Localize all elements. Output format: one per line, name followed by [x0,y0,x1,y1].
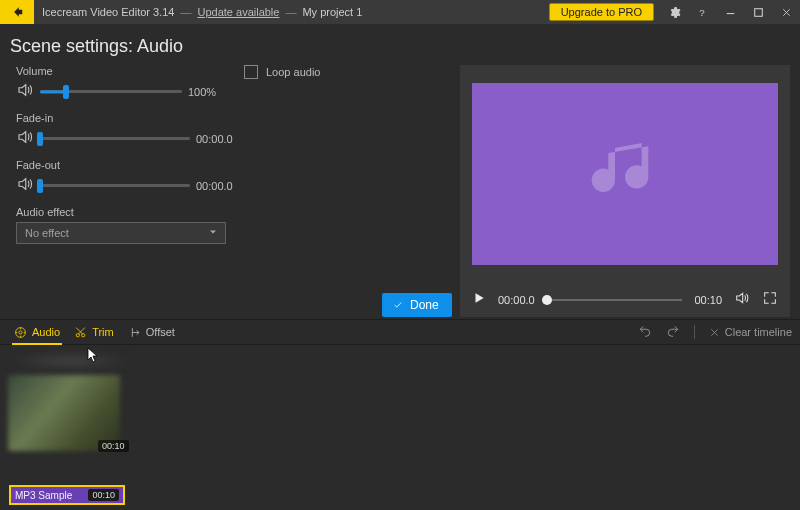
volume-slider[interactable] [40,85,182,99]
clear-timeline-button[interactable]: Clear timeline [709,326,792,338]
minimize-icon[interactable] [716,0,744,24]
player-bar: 00:00.0 00:10 [472,290,778,309]
help-icon[interactable]: ? [688,0,716,24]
project-name: My project 1 [302,6,362,18]
page-title: Scene settings: Audio [0,24,800,65]
preview-canvas [472,83,778,265]
maximize-icon[interactable] [744,0,772,24]
redo-button[interactable] [666,324,680,340]
audio-settings-panel: Loop audio Volume 100% Fade-in [0,65,460,319]
titlebar: Icecream Video Editor 3.14 — Update avai… [0,0,800,24]
audio-clip-name: MP3 Sample [15,490,82,501]
update-link[interactable]: Update available [197,6,279,18]
fadeout-value: 00:00.0 [196,180,236,192]
done-label: Done [410,298,439,312]
svg-text:?: ? [699,6,705,17]
tool-tabs: Audio Trim Offset Clear timeline [0,319,800,345]
audio-effect-select[interactable]: No effect [16,222,226,244]
audio-clip[interactable]: MP3 Sample 00:10 [9,485,125,505]
total-time: 00:10 [694,294,722,306]
preview-panel: 00:00.0 00:10 [460,65,790,317]
fadein-slider[interactable] [40,132,190,146]
volume-icon[interactable] [734,290,750,309]
done-button[interactable]: Done [382,293,452,317]
upgrade-button[interactable]: Upgrade to PRO [549,3,654,21]
fadeout-slider[interactable] [40,179,190,193]
tab-label: Audio [32,326,60,338]
loop-label: Loop audio [266,66,320,78]
volume-value: 100% [188,86,228,98]
tab-audio[interactable]: Audio [14,320,60,344]
tab-label: Offset [146,326,175,338]
play-button[interactable] [472,291,486,308]
music-note-icon [585,133,665,216]
close-icon[interactable] [772,0,800,24]
speaker-icon [16,128,34,149]
volume-label: Volume [16,65,460,77]
loop-audio-checkbox[interactable]: Loop audio [244,65,320,79]
checkbox-icon[interactable] [244,65,258,79]
timeline[interactable]: 00:10 MP3 Sample 00:10 [0,345,800,505]
app-title: Icecream Video Editor 3.14 [42,6,174,18]
svg-point-4 [19,330,22,333]
svg-rect-1 [726,13,734,14]
fadeout-label: Fade-out [16,159,460,171]
fullscreen-icon[interactable] [762,290,778,309]
audio-clip-duration: 00:10 [88,489,119,501]
tab-trim[interactable]: Trim [74,320,114,344]
effect-value: No effect [25,227,69,239]
chevron-down-icon [207,226,219,240]
svg-rect-2 [754,8,762,16]
effect-label: Audio effect [16,206,460,218]
fadein-label: Fade-in [16,112,460,124]
tab-label: Trim [92,326,114,338]
undo-button[interactable] [638,324,652,340]
back-button[interactable] [0,0,34,24]
progress-slider[interactable] [547,294,683,306]
clear-label: Clear timeline [725,326,792,338]
current-time: 00:00.0 [498,294,535,306]
fadein-value: 00:00.0 [196,133,236,145]
speaker-icon [16,81,34,102]
tab-offset[interactable]: Offset [128,320,175,344]
settings-icon[interactable] [660,0,688,24]
video-clip-duration: 00:10 [98,440,129,452]
speaker-icon [16,175,34,196]
